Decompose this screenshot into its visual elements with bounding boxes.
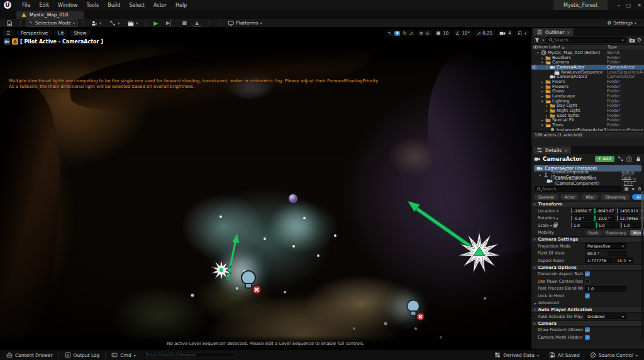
section-camera-options[interactable]: ▾Camera Options [531, 265, 644, 271]
filter-tab-streaming[interactable]: Streaming [601, 194, 630, 200]
constrain-aspect-checkbox[interactable] [585, 271, 590, 276]
camera-mesh-checkbox[interactable] [585, 335, 590, 340]
scale-x-field[interactable]: 1.0 [571, 222, 594, 228]
translate-gizmo-arrows[interactable] [228, 201, 470, 279]
menu-actor[interactable]: Actor [149, 1, 171, 9]
grid-snap-control[interactable]: ▦ 10 [434, 30, 452, 36]
draw-frustum-checkbox[interactable] [585, 327, 590, 332]
rotation-z-field[interactable]: 12.794662 [617, 215, 638, 221]
add-component-button[interactable]: +Add [595, 156, 614, 162]
section-auto-player-activation[interactable]: ▾Auto Player Activation [531, 307, 644, 313]
sphere-gizmo[interactable] [289, 194, 297, 203]
play-button[interactable]: ▶ [151, 19, 160, 27]
content-drawer-button[interactable]: Content Drawer [3, 351, 56, 359]
level-viewport[interactable]: ☰ Perspective Lit Show [ Pilot Active - … [0, 28, 531, 349]
menu-help[interactable]: Help [171, 1, 191, 9]
rotation-snap-control[interactable]: ∠ 10° [453, 30, 472, 36]
location-z-field[interactable]: 1436.9198 [617, 208, 638, 214]
filter-icon[interactable] [534, 37, 540, 43]
menu-file[interactable]: File [18, 1, 35, 9]
scale-y-field[interactable]: 1.0 [596, 222, 619, 228]
platforms-dropdown[interactable]: Platforms ▾ [225, 19, 265, 27]
outliner-row-night-light[interactable]: ▸Night LightFolder [531, 108, 644, 113]
mobility-stationary[interactable]: Stationary [603, 230, 630, 236]
light-bulb-gizmo[interactable] [242, 271, 261, 294]
console-command-input[interactable] [146, 352, 231, 357]
surface-snap-toggle[interactable]: ◎ [426, 31, 430, 36]
camera-speed-control[interactable]: 4 [497, 30, 513, 36]
scale-dropdown[interactable]: Scale▾ [538, 223, 569, 228]
outliner-row-cameraactor[interactable]: ▾CameraActorCameraActor [531, 65, 644, 70]
favorites-icon[interactable]: ★ [631, 187, 635, 192]
outliner-search[interactable]: ▾ [546, 37, 627, 43]
source-control-button[interactable]: Source Control ▾ [587, 351, 641, 359]
aspect-ratio-field[interactable]: 1.777776 [585, 258, 613, 263]
details-search-input[interactable] [542, 187, 619, 192]
help-icon[interactable]: ? [626, 156, 632, 162]
fov-slider-field[interactable]: 90.0 ° [585, 251, 626, 256]
menu-build[interactable]: Build [103, 1, 125, 9]
cinematics-button[interactable]: ▾ [125, 19, 140, 27]
advanced-expander[interactable]: ▸ Advanced [531, 300, 644, 307]
show-dropdown[interactable]: Show [70, 30, 90, 36]
all-saved-button[interactable]: All Saved [546, 351, 583, 359]
output-log-button[interactable]: Output Log [62, 351, 103, 359]
outliner-search-input[interactable] [554, 38, 620, 43]
close-button[interactable]: ✕ [637, 3, 641, 8]
outliner-row-day-light[interactable]: ▸Day LightFolder [531, 104, 644, 109]
mobility-static[interactable]: Static [585, 230, 602, 236]
location-dropdown[interactable]: Location▾ [538, 209, 569, 214]
menu-edit[interactable]: Edit [35, 1, 53, 9]
play-options-button[interactable]: ⋮ [204, 19, 214, 26]
menu-window[interactable]: Window [53, 1, 82, 9]
section-transform[interactable]: ▾Transform [531, 201, 644, 207]
pawn-control-checkbox[interactable] [585, 279, 590, 284]
add-actor-button[interactable]: ▾ [89, 19, 104, 27]
lit-dropdown[interactable]: Lit [54, 30, 67, 36]
auto-activate-dropdown[interactable]: Disabled▾ [585, 314, 626, 319]
aspect-preset-dropdown[interactable]: 16:9▾ [614, 258, 633, 263]
filter-tab-general[interactable]: General [534, 194, 558, 200]
create-folder-icon[interactable] [629, 37, 635, 43]
filter-tab-actor[interactable]: Actor [560, 194, 580, 200]
section-camera[interactable]: ▾Camera [531, 320, 644, 327]
chevron-down-icon[interactable]: ▾ [539, 173, 541, 177]
outliner-column-headers[interactable]: Item Label▲ Type [531, 44, 644, 50]
blueprints-button[interactable]: ▾ [107, 19, 122, 27]
level-tab[interactable]: Mystic_Map_010 [16, 11, 84, 19]
rotate-tool[interactable]: ↻ [402, 31, 406, 36]
scrollbar-thumb[interactable] [641, 191, 643, 230]
viewport-layout-button[interactable]: ◱ ▾ [515, 30, 529, 36]
camera-component-row[interactable]: CameraComponent (CameraComponent) Edit i… [531, 178, 644, 184]
viewport-menu-button[interactable]: ☰ [3, 30, 14, 36]
blueprint-icon[interactable] [617, 156, 624, 163]
world-space-toggle[interactable]: ⊕ [419, 31, 423, 36]
minimize-button[interactable]: – [618, 3, 620, 8]
tab-outliner[interactable]: Outliner ✕ [533, 28, 574, 36]
outliner-row-trees[interactable]: ▾TreesFolder [531, 123, 644, 128]
details-search[interactable] [534, 186, 622, 192]
close-icon[interactable]: ✕ [564, 148, 567, 153]
rotation-x-field[interactable]: -0.0 ° [571, 215, 592, 221]
scale-z-field[interactable]: 1.0 [621, 222, 644, 228]
chevron-down-icon[interactable]: ▾ [542, 38, 544, 42]
item-label-header[interactable]: Item Label [538, 45, 560, 50]
tab-details[interactable]: Details ✕ [533, 146, 571, 154]
stop-button[interactable]: ■ [179, 19, 189, 26]
section-camera-settings[interactable]: ▾Camera Settings [531, 236, 644, 243]
rotation-y-field[interactable]: -10.0 ° [594, 215, 616, 221]
translate-arrow-large[interactable] [416, 208, 470, 246]
outliner-row-newlevelsequence[interactable]: NewLevelSequenceLevelSequenceActor [531, 70, 644, 75]
projection-mode-dropdown[interactable]: Perspective▾ [585, 243, 626, 249]
scale-snap-control[interactable]: ◿ 0.25 [474, 30, 495, 36]
lock-to-hmd-checkbox[interactable] [585, 293, 590, 298]
close-icon[interactable]: ✕ [567, 30, 570, 35]
stop-piloting-button[interactable] [12, 38, 18, 45]
derived-data-button[interactable]: Derived Data ▾ [491, 351, 542, 359]
eject-button[interactable]: ▲ [192, 19, 201, 26]
location-y-field[interactable]: -9643.675 [594, 208, 616, 214]
perspective-dropdown[interactable]: Perspective [17, 30, 52, 36]
move-tool[interactable]: ✚ [394, 31, 401, 36]
cmd-dropdown[interactable]: Cmd ▾ [108, 351, 138, 359]
outliner-settings-icon[interactable]: ⚙ [637, 37, 641, 43]
